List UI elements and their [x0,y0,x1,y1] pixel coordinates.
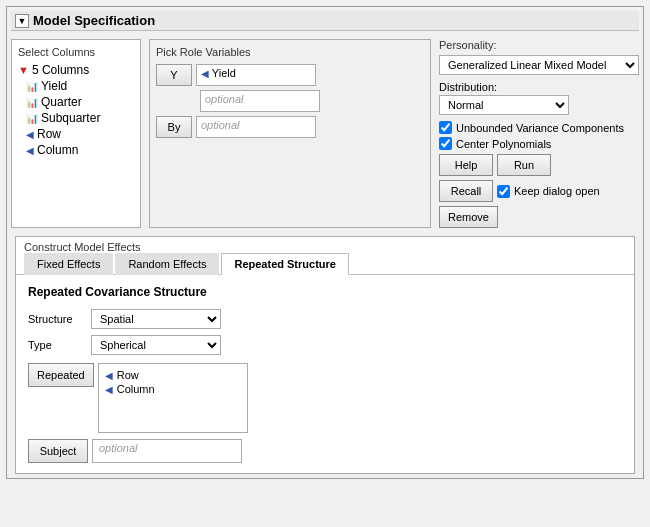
list-item[interactable]: ◀ Column [18,142,134,158]
by-role-row: By optional [156,116,424,138]
center-checkbox[interactable] [439,137,452,150]
structure-row: Structure Spatial [28,309,622,329]
tab-random-effects[interactable]: Random Effects [115,253,219,275]
run-button[interactable]: Run [497,154,551,176]
column-quarter: Quarter [41,95,82,109]
list-item[interactable]: 📊 Yield [18,78,134,94]
type-select[interactable]: Spherical [91,335,221,355]
model-specification-panel: ▼ Model Specification Select Columns ▼ 5… [6,6,644,479]
personality-box: Personality: Generalized Linear Mixed Mo… [439,39,639,228]
pick-role-title: Pick Role Variables [156,46,424,58]
help-button[interactable]: Help [439,154,493,176]
center-row: Center Polynomials [439,137,639,150]
column-column: Column [37,143,78,157]
unbounded-checkbox[interactable] [439,121,452,134]
personality-select[interactable]: Generalized Linear Mixed Model [439,55,639,75]
distribution-select[interactable]: Normal [439,95,569,115]
tab-fixed-effects[interactable]: Fixed Effects [24,253,113,275]
remove-button[interactable]: Remove [439,206,498,228]
construct-model-box: Construct Model Effects Fixed Effects Ra… [15,236,635,474]
top-section: Select Columns ▼ 5 Columns 📊 Yield 📊 Qua… [11,39,639,228]
unbounded-row: Unbounded Variance Components [439,121,639,134]
list-item[interactable]: 📊 Quarter [18,94,134,110]
select-columns-title: Select Columns [18,46,134,58]
columns-list: ▼ 5 Columns 📊 Yield 📊 Quarter 📊 Subquart… [18,62,134,158]
by-optional-field: optional [196,116,316,138]
row-icon: ◀ [105,370,113,381]
by-button[interactable]: By [156,116,192,138]
column-icon: ◀ [105,384,113,395]
column-subquarter: Subquarter [41,111,100,125]
bar-chart-icon: 📊 [26,97,38,108]
type-label: Type [28,339,83,351]
construct-model-title: Construct Model Effects [16,237,634,253]
tab-content-repeated: Repeated Covariance Structure Structure … [16,275,634,473]
column-row: Row [37,127,61,141]
panel-title: Model Specification [33,13,155,28]
tabs-row: Fixed Effects Random Effects Repeated St… [16,253,634,275]
personality-title: Personality: [439,39,639,51]
keep-label: Keep dialog open [514,185,600,197]
type-row: Type Spherical [28,335,622,355]
y-field[interactable]: ◀ Yield [196,64,316,86]
folder-icon: ▼ [18,64,29,76]
structure-label: Structure [28,313,83,325]
y-button[interactable]: Y [156,64,192,86]
repeated-button[interactable]: Repeated [28,363,94,387]
y-optional-field: optional [200,90,320,112]
recall-button[interactable]: Recall [439,180,493,202]
tab-repeated-structure[interactable]: Repeated Structure [221,253,348,275]
repeated-section: Repeated ◀ Row ◀ Column [28,363,622,433]
arrow-icon: ◀ [26,129,34,140]
panel-header: ▼ Model Specification [11,11,639,31]
repeated-list-box: ◀ Row ◀ Column [98,363,248,433]
unbounded-label: Unbounded Variance Components [456,122,624,134]
columns-group-label: 5 Columns [32,63,89,77]
distribution-label: Distribution: [439,81,639,93]
y-optional-row: optional [156,90,424,112]
bar-chart-icon: 📊 [26,113,38,124]
center-label: Center Polynomials [456,138,551,150]
list-item[interactable]: 📊 Subquarter [18,110,134,126]
columns-group-item[interactable]: ▼ 5 Columns [18,62,134,78]
action-buttons: Help Run [439,154,639,176]
column-yield: Yield [41,79,67,93]
bar-chart-icon: 📊 [26,81,38,92]
y-value: Yield [212,67,236,79]
repeated-row-item: Row [117,369,139,381]
yield-icon: ◀ [201,68,209,79]
pick-role-box: Pick Role Variables Y ◀ Yield optional B… [149,39,431,228]
collapse-button[interactable]: ▼ [15,14,29,28]
y-role-row: Y ◀ Yield [156,64,424,86]
list-item[interactable]: ◀ Row [18,126,134,142]
list-item: ◀ Row [105,368,241,382]
structure-select[interactable]: Spatial [91,309,221,329]
keep-checkbox[interactable] [497,185,510,198]
select-columns-box: Select Columns ▼ 5 Columns 📊 Yield 📊 Qua… [11,39,141,228]
subject-button[interactable]: Subject [28,439,88,463]
keep-row: Recall Keep dialog open [439,180,639,202]
subject-field: optional [92,439,242,463]
arrow-icon: ◀ [26,145,34,156]
list-item: ◀ Column [105,382,241,396]
subject-section: Subject optional [28,439,622,463]
repeated-column-item: Column [117,383,155,395]
repeated-cov-title: Repeated Covariance Structure [28,285,622,299]
